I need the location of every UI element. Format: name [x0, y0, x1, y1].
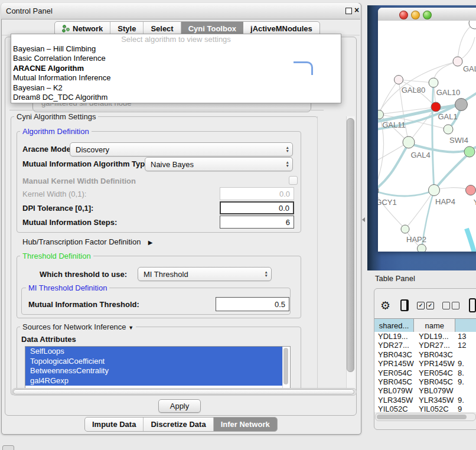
network-canvas[interactable]: GALGAL80GAL10GAL1GAL11SWI4GAL4GCY1HAP4YH… — [378, 21, 476, 252]
mi-threshold-label: Mutual Information Threshold: — [28, 300, 139, 309]
settings-horizontal-scrollbar[interactable] — [12, 388, 357, 396]
sources-group-title[interactable]: Sources for Network Inference ▼ — [20, 322, 136, 331]
network-node[interactable] — [444, 125, 453, 134]
mi-steps-field[interactable]: 6 — [220, 216, 294, 229]
table-horizontal-scrollbar-thumb[interactable] — [377, 415, 467, 419]
aracne-mode-combobox[interactable]: Discovery ▲▼ — [70, 142, 293, 156]
group-divider — [9, 110, 324, 110]
node-label: GAL11 — [382, 120, 406, 129]
dpi-tolerance-field[interactable]: 0.0 — [220, 201, 294, 214]
network-node[interactable] — [395, 76, 403, 84]
network-window-titlebar[interactable] — [378, 8, 476, 21]
manual-kernel-checkbox[interactable] — [289, 176, 298, 185]
network-node[interactable] — [429, 185, 440, 196]
cyni-settings-group-title: Cyni Algorithm Settings — [14, 112, 98, 121]
attribute-list-scrollbar[interactable] — [282, 347, 290, 388]
cell-shared-name: YIL052C — [374, 405, 414, 412]
tab-discretize-data-label: Discretize Data — [151, 420, 206, 429]
select-all-columns-button[interactable]: ✓ ✓ — [417, 302, 434, 309]
which-threshold-label: Which threshold to use: — [40, 270, 127, 279]
mi-type-combobox[interactable]: Naive Bayes ▲▼ — [145, 157, 293, 171]
panel-divider-arrow-icon[interactable] — [362, 217, 365, 222]
table-row[interactable]: YLR345WYLR345W9. — [374, 396, 476, 405]
network-node[interactable] — [455, 99, 468, 111]
network-node[interactable] — [403, 136, 415, 148]
node-label: GCY1 — [378, 198, 397, 207]
attribute-item-selected[interactable]: BetweennessCentrality — [25, 366, 282, 376]
network-node[interactable] — [464, 146, 475, 157]
mi-threshold-value: 0.5 — [275, 300, 285, 309]
column-header-partial[interactable] — [455, 319, 476, 332]
unchecked-box-icon — [442, 302, 450, 309]
table-row[interactable]: YDL19...YDL19...13 — [374, 332, 476, 341]
tab-cyni-toolbox-label: Cyni Toolbox — [188, 24, 236, 33]
float-window-icon[interactable] — [345, 8, 352, 14]
settings-vertical-scrollbar-thumb[interactable] — [347, 118, 354, 372]
table-body: YDL19...YDL19...13 YDR27...YDR27...12 YB… — [374, 332, 476, 412]
which-threshold-combobox[interactable]: MI Threshold ▲▼ — [138, 267, 272, 281]
cell-value: 9 — [455, 405, 476, 412]
column-view-icon[interactable] — [400, 299, 409, 311]
attribute-item-selected[interactable]: SelfLoops — [25, 347, 282, 357]
cell-name: YBL079W — [414, 386, 455, 395]
cell-value — [455, 386, 476, 395]
hub-definition-label: Hub/Transcription Factor Definition — [22, 237, 141, 246]
apply-button[interactable]: Apply — [158, 399, 201, 413]
network-node[interactable] — [429, 78, 438, 87]
close-traffic-light-icon[interactable] — [399, 11, 408, 19]
zoom-traffic-light-icon[interactable] — [423, 11, 432, 19]
algorithm-option[interactable]: Bayesian – Hill Climbing — [11, 44, 341, 54]
table-row[interactable]: YBR043CYBR043C — [374, 350, 476, 359]
deselect-all-columns-button[interactable] — [442, 302, 459, 309]
aracne-mode-value: Discovery — [70, 145, 109, 154]
which-threshold-value: MI Threshold — [138, 270, 188, 279]
mi-threshold-field[interactable]: 0.5 — [216, 297, 289, 311]
algorithm-option[interactable]: Dream8 DC_TDC Algorithm — [11, 93, 341, 102]
document-icon[interactable] — [469, 298, 476, 312]
network-node[interactable] — [466, 185, 476, 195]
kernel-width-field[interactable]: 0.0 — [220, 187, 294, 200]
kernel-width-label: Kernel Width (0,1): — [22, 190, 86, 198]
tab-discretize-data[interactable]: Discretize Data — [144, 418, 213, 431]
docked-panel-icon[interactable] — [2, 445, 14, 450]
settings-horizontal-scrollbar-thumb[interactable] — [13, 389, 354, 394]
network-node[interactable] — [469, 21, 476, 29]
table-row[interactable]: YDR27...YDR27...12 — [374, 341, 476, 350]
table-horizontal-scrollbar[interactable] — [375, 413, 476, 421]
combo-stepper-icon: ▲▼ — [286, 146, 289, 153]
gear-icon[interactable]: ⚙ — [380, 299, 390, 312]
node-label: GAL — [463, 64, 476, 73]
minimize-traffic-light-icon[interactable] — [411, 11, 420, 19]
cell-value: 8. — [455, 369, 476, 377]
algorithm-option[interactable]: Mutual Information Inference — [11, 73, 341, 83]
network-node[interactable] — [401, 225, 409, 233]
table-row[interactable]: YPR145WYPR145W9. — [374, 359, 476, 368]
threshold-definition-title: Threshold Definition — [20, 252, 93, 260]
collapse-down-icon: ▼ — [128, 325, 133, 331]
network-node[interactable] — [431, 102, 441, 112]
column-header-name[interactable]: name — [414, 319, 455, 332]
table-row[interactable]: YIL052CYIL052C9 — [374, 405, 476, 412]
cell-name: YDL19... — [414, 332, 455, 341]
tab-infer-network[interactable]: Infer Network — [214, 418, 277, 431]
tab-impute-data[interactable]: Impute Data — [85, 418, 144, 431]
control-panel-titlebar[interactable] — [1, 3, 360, 19]
column-header-shared-name[interactable]: shared... — [374, 319, 414, 332]
network-node[interactable] — [453, 57, 462, 66]
dpi-tolerance-label: DPI Tolerance [0,1]: — [22, 204, 93, 213]
algorithm-option-highlighted[interactable]: ARACNE Algorithm — [11, 64, 341, 73]
attribute-item-selected[interactable]: gal4RGexp — [25, 376, 282, 386]
network-node[interactable] — [418, 244, 426, 252]
table-row[interactable]: YBL079WYBL079W — [374, 386, 476, 395]
cell-name: YIL052C — [414, 405, 455, 412]
table-row[interactable]: YBR045CYBR045C9. — [374, 377, 476, 386]
hub-definition-expander[interactable]: Hub/Transcription Factor Definition ▶ — [22, 236, 153, 247]
network-view-window[interactable]: GALGAL80GAL10GAL1GAL11SWI4GAL4GCY1HAP4YH… — [378, 8, 476, 252]
mi-steps-label: Mutual Information Steps: — [22, 218, 117, 227]
dpi-tolerance-value: 0.0 — [279, 204, 289, 213]
table-row[interactable]: YER054CYER054C8. — [374, 369, 476, 377]
algorithm-option[interactable]: Bayesian – K2 — [11, 83, 341, 93]
close-icon[interactable]: × — [354, 5, 359, 15]
attribute-item-selected[interactable]: TopologicalCoefficient — [25, 357, 282, 367]
algorithm-option[interactable]: Basic Correlation Inference — [11, 54, 341, 63]
